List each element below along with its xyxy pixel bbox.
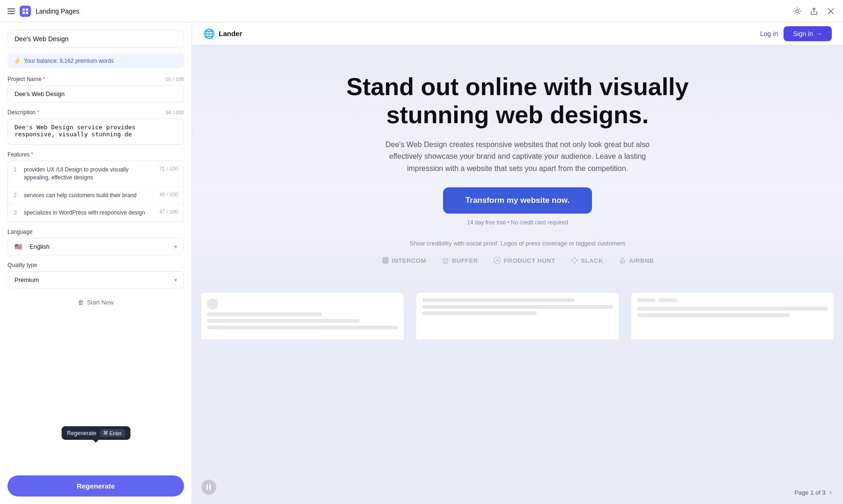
- brand-name: Lander: [219, 30, 242, 37]
- preview-brand: 🌐 Lander: [203, 28, 242, 39]
- logo-airbnb: airbnb: [618, 256, 654, 265]
- svg-rect-7: [207, 484, 208, 490]
- start-new-button[interactable]: 🗑 Start New: [7, 295, 184, 310]
- preview-line-1b: [207, 319, 360, 323]
- logo-buffer: Buffer: [441, 256, 478, 265]
- regenerate-tooltip: Regenerate ⌘ Enter: [61, 426, 130, 440]
- titlebar: Landing Pages: [0, 0, 843, 22]
- quality-type-chevron-icon: ▾: [174, 277, 177, 283]
- feature-num-2: 2: [14, 192, 20, 199]
- social-proof-label: Show credibility with social proof. Logo…: [248, 240, 787, 247]
- preview-circle-1: [207, 298, 218, 310]
- svg-rect-2: [22, 12, 25, 14]
- preview-line-2a: [422, 298, 575, 302]
- feature-num-1: 1: [14, 166, 20, 173]
- logo-producthunt: Product Hunt: [493, 256, 555, 265]
- page-next-arrow[interactable]: ›: [829, 488, 832, 497]
- language-chevron-icon: ▾: [174, 244, 177, 250]
- login-link[interactable]: Log in: [760, 30, 778, 37]
- feature-count-3: 47 / 100: [159, 209, 178, 215]
- settings-button[interactable]: [792, 7, 802, 16]
- page-indicator: Page 1 of 3 ›: [794, 488, 832, 497]
- project-name-char-count: 16 / 100: [165, 76, 184, 82]
- preview-card-1: [201, 293, 404, 340]
- features-label-row: Features *: [7, 151, 184, 158]
- tooltip-shortcut: ⌘ Enter: [100, 429, 125, 437]
- language-value: English: [30, 243, 50, 250]
- trash-icon: 🗑: [78, 299, 84, 306]
- language-flag: 🇺🇸: [15, 243, 22, 250]
- language-label-row: Language: [7, 229, 184, 235]
- preview-line-1a: [207, 312, 322, 316]
- description-label-row: Description * 94 / 600: [7, 109, 184, 116]
- hero-disclaimer: 14 day free trial • No credit card requi…: [467, 219, 568, 226]
- quality-type-value: Premium: [15, 276, 39, 283]
- svg-point-4: [796, 10, 799, 13]
- feature-item-3[interactable]: 3 specializes in WordPress with responsi…: [8, 204, 184, 222]
- left-panel: ⚡ Your balance: 9,162 premium words Proj…: [0, 22, 192, 504]
- hero-section: Stand out online with visually stunning …: [192, 45, 843, 283]
- balance-text: Your balance: 9,162 premium words: [24, 58, 114, 64]
- signin-button[interactable]: Sign in →: [784, 26, 832, 41]
- feature-count-2: 46 / 100: [159, 192, 178, 197]
- svg-rect-5: [382, 257, 389, 264]
- titlebar-right: [792, 7, 836, 16]
- features-label: Features *: [7, 151, 33, 158]
- svg-rect-1: [26, 8, 28, 11]
- logo-slack: slack: [570, 256, 603, 265]
- preview-line-3b: [637, 307, 828, 311]
- description-textarea[interactable]: Dee's Web Design service provides respon…: [7, 119, 184, 145]
- preview-line-2b: [422, 305, 613, 309]
- balance-icon: ⚡: [13, 57, 21, 65]
- feature-num-3: 3: [14, 209, 20, 216]
- svg-rect-3: [26, 12, 28, 14]
- page-current: Page 1 of 3: [794, 489, 826, 496]
- titlebar-left: Landing Pages: [7, 6, 79, 17]
- quality-type-select[interactable]: Premium ▾: [7, 271, 184, 289]
- preview-line-3c: [637, 313, 790, 317]
- description-char-count: 94 / 600: [165, 110, 184, 115]
- preview-actions: Log in Sign in →: [760, 26, 832, 41]
- feature-text-3: specializes in WordPress with responsive…: [24, 209, 155, 217]
- svg-rect-0: [22, 8, 25, 11]
- feature-item-2[interactable]: 2 services can help customers build thei…: [8, 187, 184, 205]
- enter-key: Enter: [110, 430, 122, 436]
- regenerate-button[interactable]: Regenerate: [7, 475, 184, 497]
- hero-subtitle: Dee's Web Design creates responsive webs…: [382, 139, 653, 175]
- language-select[interactable]: 🇺🇸 English ▾: [7, 238, 184, 255]
- preview-strip: Page 1 of 3 ›: [192, 283, 843, 504]
- quality-type-label-row: Quality type: [7, 262, 184, 268]
- preview-topbar: 🌐 Lander Log in Sign in →: [192, 22, 843, 45]
- features-list: 1 provides UX /UI Design to provide visu…: [7, 161, 184, 222]
- share-button[interactable]: [809, 7, 819, 16]
- signin-label: Sign in: [793, 30, 813, 37]
- right-panel: 🌐 Lander Log in Sign in → Stand out onli…: [192, 22, 843, 504]
- close-button[interactable]: [826, 7, 836, 16]
- svg-rect-8: [209, 484, 211, 490]
- tooltip-label: Regenerate: [67, 430, 96, 437]
- pause-button[interactable]: [201, 480, 216, 495]
- preview-card-2: [416, 293, 619, 340]
- tooltip-arrow: [93, 440, 98, 443]
- start-new-label: Start New: [87, 299, 113, 306]
- project-name-required: *: [43, 76, 45, 82]
- project-name-label: Project Name *: [7, 76, 45, 82]
- project-name-label-row: Project Name * 16 / 100: [7, 76, 184, 82]
- logo-intercom: INTERCOM: [381, 256, 426, 265]
- balance-bar: ⚡ Your balance: 9,162 premium words: [7, 53, 184, 68]
- globe-icon: 🌐: [203, 28, 215, 39]
- cmd-icon: ⌘: [103, 430, 108, 436]
- preview-line-2c: [422, 311, 537, 315]
- project-name-input[interactable]: [7, 85, 184, 103]
- logos-row: INTERCOM Buffer Product Hunt slack airbn…: [248, 256, 787, 265]
- feature-text-2: services can help customers build their …: [24, 192, 155, 200]
- feature-item-1[interactable]: 1 provides UX /UI Design to provide visu…: [8, 161, 184, 187]
- description-label: Description *: [7, 109, 39, 116]
- feature-text-1: provides UX /UI Design to provide visual…: [24, 166, 155, 182]
- main-layout: ⚡ Your balance: 9,162 premium words Proj…: [0, 22, 843, 504]
- menu-icon[interactable]: [7, 8, 15, 14]
- preview-card-3: [631, 293, 834, 340]
- project-header-input[interactable]: [7, 30, 184, 48]
- hero-cta-button[interactable]: Transform my website now.: [443, 187, 592, 214]
- feature-count-1: 71 / 100: [159, 166, 178, 171]
